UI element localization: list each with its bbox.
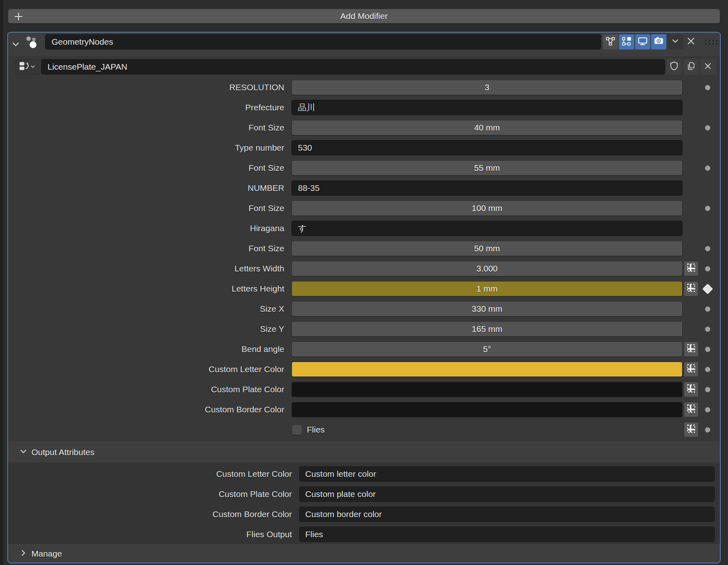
spreadsheet-icon (686, 283, 696, 295)
custom-plate-color-swatch[interactable] (292, 382, 682, 397)
delete-modifier-button[interactable] (684, 34, 698, 50)
field-label: Size Y (8, 321, 284, 337)
input-attribute-toggle-button[interactable] (684, 341, 699, 357)
decorator-dot[interactable] (705, 266, 710, 271)
field-label: Font Size (8, 201, 284, 216)
input-row-resolution: RESOLUTION 3 (8, 80, 720, 95)
decorator-dot[interactable] (705, 387, 710, 392)
add-modifier-label: Add Modifier (340, 11, 388, 21)
edit-mode-toggle-button[interactable] (619, 34, 634, 50)
spreadsheet-icon (686, 343, 696, 355)
decorator-dot[interactable] (705, 327, 710, 332)
font-size-slider[interactable]: 100 mm (292, 201, 682, 216)
size-x-slider[interactable]: 330 mm (292, 301, 682, 317)
decorator-dot[interactable] (705, 347, 710, 352)
prefecture-input[interactable]: 品川 (292, 100, 682, 115)
on-cage-toggle-button[interactable] (603, 34, 618, 50)
field-label: Bend angle (8, 341, 284, 357)
flies-output-input[interactable]: Flies (299, 527, 715, 542)
collapse-modifier-button[interactable] (10, 39, 21, 52)
font-size-slider[interactable]: 40 mm (292, 120, 682, 135)
field-label: Custom Letter Color (8, 362, 284, 377)
input-attribute-toggle-button[interactable] (684, 281, 699, 296)
input-attribute-toggle-button[interactable] (684, 362, 699, 377)
camera-icon (653, 35, 664, 49)
manage-title: Manage (31, 549, 62, 559)
field-label: Custom Letter Color (8, 466, 292, 482)
render-toggle-button[interactable] (651, 34, 666, 50)
geometry-nodes-icon (24, 35, 39, 52)
letters-width-slider[interactable]: 3.000 (292, 261, 682, 276)
input-row-letters-width: Letters Width 3.000 (8, 261, 720, 276)
decorator-dot[interactable] (705, 125, 710, 130)
chevron-right-icon (19, 548, 28, 560)
type-number-input[interactable]: 530 (292, 140, 682, 155)
hiragana-input[interactable]: す (292, 221, 682, 236)
custom-plate-color-output-input[interactable]: Custom plate color (299, 486, 715, 502)
flies-checkbox-label: Flies (307, 422, 325, 437)
decorator-dot[interactable] (705, 367, 710, 372)
input-row-custom-letter-color: Custom Letter Color (8, 362, 720, 377)
input-attribute-toggle-button[interactable] (684, 422, 699, 437)
bend-angle-slider[interactable]: 5° (292, 341, 682, 357)
monitor-icon (637, 35, 648, 49)
node-tree-icon (19, 61, 29, 73)
output-row-custom-border-color: Custom Border Color Custom border color (8, 507, 720, 522)
decorator-dot[interactable] (705, 427, 710, 433)
spreadsheet-icon (686, 263, 696, 275)
manage-header[interactable]: Manage (8, 544, 720, 563)
decorator-dot[interactable] (705, 166, 710, 171)
flies-checkbox[interactable] (292, 425, 302, 435)
field-label: Prefecture (8, 100, 284, 115)
output-row-custom-plate-color: Custom Plate Color Custom plate color (8, 486, 720, 502)
input-attribute-toggle-button[interactable] (684, 402, 699, 417)
custom-border-color-swatch[interactable] (292, 402, 682, 417)
input-row-hiragana: Hiragana す (8, 221, 720, 236)
custom-letter-color-output-input[interactable]: Custom letter color (299, 466, 715, 482)
custom-border-color-output-input[interactable]: Custom border color (299, 507, 715, 522)
properties-editor: Add Modifier GeometryNodes (0, 0, 728, 565)
keyframe-diamond-decorator[interactable] (702, 284, 713, 294)
font-size-slider[interactable]: 55 mm (292, 160, 682, 176)
field-label: RESOLUTION (8, 80, 284, 95)
modifier-name-input[interactable]: GeometryNodes (45, 34, 601, 50)
custom-letter-color-swatch[interactable] (292, 362, 682, 377)
field-label: Custom Plate Color (8, 486, 292, 502)
number-input[interactable]: 88-35 (292, 180, 682, 196)
panel-drag-handle[interactable] (704, 38, 721, 48)
decorator-dot[interactable] (705, 246, 710, 251)
unlink-node-group-button[interactable] (700, 59, 716, 75)
input-attribute-toggle-button[interactable] (684, 261, 699, 276)
field-label: Font Size (8, 120, 284, 135)
resolution-slider[interactable]: 3 (292, 80, 682, 95)
field-label: Letters Height (8, 281, 284, 296)
chevron-down-icon (30, 62, 36, 72)
geometry-nodes-modifier-panel: GeometryNodes (7, 32, 721, 563)
modifier-extras-button[interactable] (667, 34, 683, 50)
decorator-dot[interactable] (705, 206, 710, 211)
field-label: Custom Plate Color (8, 382, 284, 397)
input-attribute-toggle-button[interactable] (684, 382, 699, 397)
browse-node-group-button[interactable] (15, 59, 39, 75)
output-attributes-title: Output Attributes (31, 447, 94, 457)
node-group-name-input[interactable]: LicensePlate_JAPAN (41, 59, 665, 75)
field-label: Size X (8, 301, 284, 317)
font-size-slider[interactable]: 50 mm (292, 241, 682, 256)
field-label: Custom Border Color (8, 402, 284, 417)
input-row-font-size-hiragana: Font Size 50 mm (8, 241, 720, 256)
letters-height-slider[interactable]: 1 mm (292, 281, 682, 296)
realtime-toggle-button[interactable] (635, 34, 650, 50)
editor-edge (0, 0, 4, 565)
size-y-slider[interactable]: 165 mm (292, 321, 682, 337)
output-attributes-header[interactable]: Output Attributes (8, 442, 720, 462)
input-row-font-size-number: Font Size 100 mm (8, 201, 720, 216)
decorator-dot[interactable] (705, 85, 710, 90)
spreadsheet-icon (686, 404, 696, 416)
decorator-dot[interactable] (705, 306, 710, 312)
decorator-dot[interactable] (705, 407, 710, 412)
add-modifier-button[interactable]: Add Modifier (8, 9, 720, 23)
new-node-group-button[interactable] (683, 59, 699, 75)
fake-user-button[interactable] (666, 59, 682, 75)
field-label: Font Size (8, 241, 284, 256)
spreadsheet-icon (686, 383, 696, 395)
